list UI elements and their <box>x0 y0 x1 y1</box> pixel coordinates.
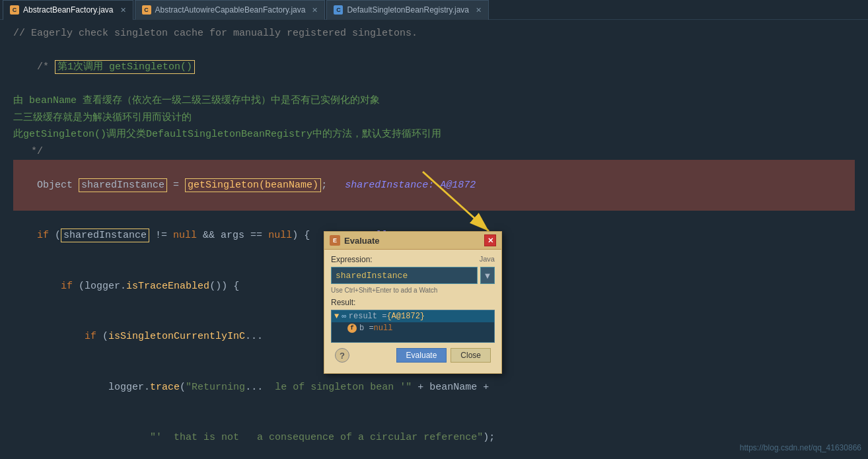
line-8-neq: != <box>149 230 173 241</box>
line-11-logger: logger <box>108 382 144 393</box>
line-10-indent <box>37 331 85 342</box>
dialog-body: Expression: Java ▼ Use Ctrl+Shift+Enter … <box>324 250 501 373</box>
line-7-object: Object <box>37 180 79 191</box>
help-button[interactable]: ? <box>335 348 349 363</box>
expression-label-row: Expression: Java <box>331 255 495 264</box>
tab-close-1[interactable]: ✕ <box>120 6 126 15</box>
tab-abstract-autowire[interactable]: C AbstractAutowireCapableBeanFactory.jav… <box>135 0 326 20</box>
tab-label-2: AbstractAutowireCapableBeanFactory.java <box>155 5 306 15</box>
tab-abstract-bean-factory[interactable]: C AbstractBeanFactory.java ✕ <box>3 0 133 20</box>
line-9-close: ()) { <box>209 281 239 292</box>
line-11-str2: le of singleton bean '" <box>275 382 412 393</box>
evaluate-label: Evaluate <box>406 351 437 360</box>
dialog-title-left: E Evaluate <box>330 235 379 246</box>
line-8-and: && args == <box>197 230 268 241</box>
line-7-debug: sharedInstance: A@1872 <box>345 180 476 191</box>
line-12-close: ); <box>483 432 495 443</box>
line-11-open: ( <box>180 382 186 393</box>
line-8-brace: ) { <box>292 230 328 241</box>
expression-dropdown[interactable]: ▼ <box>480 267 495 284</box>
line-4: 二三级缓存就是为解决循环引用而设计的 <box>13 110 855 127</box>
dialog-buttons: ? Evaluate Close <box>331 348 495 368</box>
result-value-2: null <box>374 324 393 333</box>
tab-icon-1: C <box>10 5 19 15</box>
line-11-indent <box>37 382 108 393</box>
dialog-close-title-button[interactable]: ✕ <box>484 234 496 246</box>
expression-input-row: ▼ <box>331 267 495 284</box>
tab-icon-3: C <box>334 5 343 15</box>
result-inf-icon: ∞ <box>342 312 346 320</box>
evaluate-dialog: E Evaluate ✕ Expression: Java ▼ Use Ctrl… <box>324 231 502 374</box>
result-area: ▼ ∞ result = {A@1872} f b = null <box>331 310 495 343</box>
line-8-null2: null <box>268 230 292 241</box>
line-2: /* 第1次调用 getSingleton() <box>13 42 855 93</box>
line-9-if: if <box>61 281 79 292</box>
result-key-2: b = <box>359 324 374 333</box>
line-11-dots: ... <box>245 382 275 393</box>
tab-label-1: AbstractBeanFactory.java <box>23 5 114 15</box>
line-9-rest: ( <box>79 281 85 292</box>
line-9-method: isTraceEnabled <box>126 281 209 292</box>
tab-label-3: DefaultSingletonBeanRegistry.java <box>347 5 469 15</box>
line-9-logger: logger <box>85 281 120 292</box>
line-12-str2: a consequence of a circular reference" <box>257 432 483 443</box>
line-5: 此getSingleton()调用父类DefaultSingletonBeanR… <box>13 126 855 143</box>
result-row-2[interactable]: f b = null <box>332 322 494 334</box>
line-2-box: 第1次调用 getSingleton() <box>55 60 195 74</box>
watermark-text: https://blog.csdn.net/qq_41630866 <box>740 443 861 452</box>
line-9-indent <box>37 281 61 292</box>
button-group: Evaluate Close <box>396 348 491 363</box>
line-9-dot: . <box>120 281 126 292</box>
result-f-icon: f <box>347 324 357 333</box>
line-6: */ <box>13 143 855 160</box>
help-label: ? <box>340 351 345 361</box>
line-11-str: "Returning <box>186 382 245 393</box>
line-11-dot: . <box>144 382 150 393</box>
result-row-1[interactable]: ▼ ∞ result = {A@1872} <box>332 310 494 322</box>
close-button[interactable]: Close <box>451 348 491 363</box>
expression-label: Expression: <box>331 255 373 264</box>
line-12-indent <box>37 432 150 443</box>
result-expand-icon: ▼ <box>334 312 339 321</box>
dialog-icon: E <box>330 235 340 246</box>
evaluate-button[interactable]: Evaluate <box>396 348 447 363</box>
result-label: Result: <box>331 298 495 307</box>
line-12: "' that is not a consequence of a circul… <box>13 413 855 460</box>
tab-bar: C AbstractBeanFactory.java ✕ C AbstractA… <box>0 0 868 20</box>
hint-text: Use Ctrl+Shift+Enter to add a Watch <box>331 287 495 294</box>
line-1-text: // Eagerly check singleton cache for man… <box>13 28 417 39</box>
line-7-eq: = <box>167 180 185 191</box>
line-8-shared: sharedInstance <box>61 229 149 242</box>
line-3: 由 beanName 查看缓存（依次在一级二级三级缓存中找）中是否有已实例化的对… <box>13 92 855 110</box>
line-7-get-singleton: getSingleton(beanName) <box>185 178 321 192</box>
tab-icon-2: C <box>142 5 151 15</box>
line-8-paren-open: ( <box>55 230 61 241</box>
dialog-icon-label: E <box>333 237 337 244</box>
tab-close-2[interactable]: ✕ <box>312 6 318 15</box>
line-10-if: if <box>85 331 102 342</box>
close-label: Close <box>460 351 481 360</box>
line-7-semi: ; <box>321 180 345 191</box>
line-10-dots: ... <box>245 331 263 342</box>
line-8-null: null <box>173 230 197 241</box>
result-value-1: {A@1872} <box>386 312 425 321</box>
line-10-method: isSingletonCurrentlyInC <box>108 331 245 342</box>
line-7-shared-instance: sharedInstance <box>79 178 167 192</box>
tab-close-3[interactable]: ✕ <box>476 6 482 15</box>
dialog-title-text: Evaluate <box>344 236 379 246</box>
watermark: https://blog.csdn.net/qq_41630866 <box>740 443 861 452</box>
line-12-spaces <box>239 432 257 443</box>
tab-default-singleton[interactable]: C DefaultSingletonBeanRegistry.java ✕ <box>326 0 489 20</box>
line-8-if: if <box>37 230 55 241</box>
line-7: Object sharedInstance = getSingleton(bea… <box>13 160 855 211</box>
expression-input[interactable] <box>331 267 478 284</box>
dialog-titlebar: E Evaluate ✕ <box>324 232 501 250</box>
line-1: // Eagerly check singleton cache for man… <box>13 25 855 42</box>
line-11-method: trace <box>150 382 180 393</box>
line-2-slash: /* <box>37 61 55 73</box>
line-12-str: "' that is not <box>150 432 239 443</box>
line-11-plus: + beanName + <box>412 382 489 393</box>
line-10-rest: ( <box>102 331 108 342</box>
language-label: Java <box>480 255 495 263</box>
result-key-1: result = <box>349 312 387 321</box>
